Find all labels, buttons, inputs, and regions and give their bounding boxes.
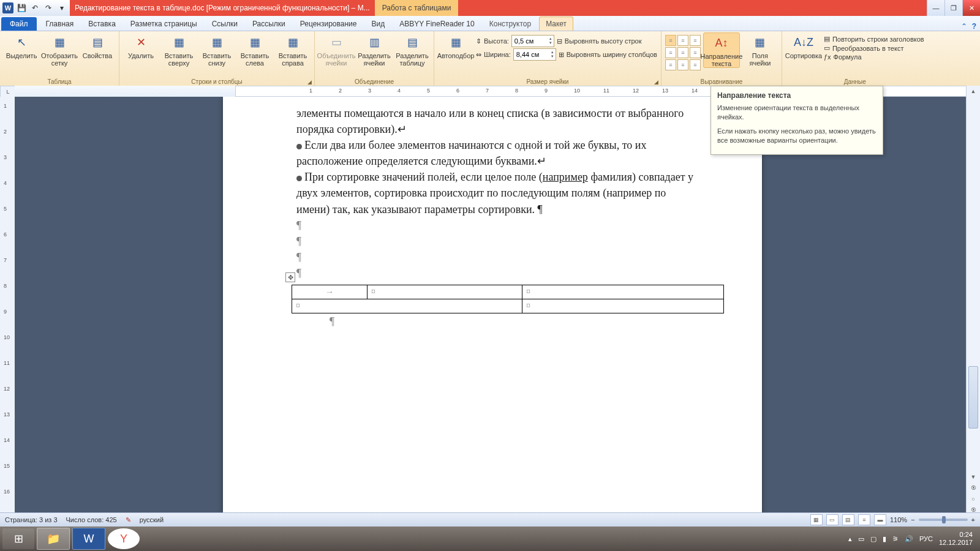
tray-clock[interactable]: 0:24 12.12.2017 <box>939 531 973 547</box>
align-mid-center[interactable]: ≡ <box>677 47 688 58</box>
split-cells-button[interactable]: ▥Разделить ячейки <box>356 32 392 67</box>
pilcrow-4[interactable]: ¶ <box>296 265 701 281</box>
minimize-button[interactable]: — <box>927 0 944 16</box>
help-icon[interactable]: ? <box>972 22 976 31</box>
tray-tablet-icon[interactable]: ▢ <box>870 535 876 543</box>
status-language[interactable]: русский <box>140 516 164 523</box>
insert-right-button[interactable]: ▦Вставить справа <box>275 32 311 67</box>
convert-to-text-button[interactable]: Преобразовать в текст <box>832 45 904 52</box>
document-table[interactable]: → ¤ ¤ ¤ ¤ <box>292 285 724 313</box>
table-cell[interactable]: ¤ <box>368 285 522 299</box>
tab-references[interactable]: Ссылки <box>205 17 244 31</box>
width-spinner[interactable]: ▲▼ <box>513 48 556 61</box>
document-content[interactable]: элементы помещаются в начало или в конец… <box>296 105 701 329</box>
cell-margins-button[interactable]: ▦Поля ячейки <box>742 32 778 67</box>
distribute-rows-button[interactable]: Выровнять высоту строк <box>565 37 642 45</box>
redo-icon[interactable]: ↷ <box>43 2 54 13</box>
scroll-up-icon[interactable]: ▲ <box>967 86 980 97</box>
table-cell[interactable]: ¤ <box>522 285 724 299</box>
pilcrow-1[interactable]: ¶ <box>296 217 701 233</box>
rows-cols-dialog-launcher-icon[interactable]: ◢ <box>307 79 312 85</box>
sort-button[interactable]: A↓ZСортировка <box>786 32 821 59</box>
qat-customize-icon[interactable]: ▾ <box>56 2 67 13</box>
undo-icon[interactable]: ↶ <box>29 2 40 13</box>
show-gridlines-button[interactable]: ▦Отобразить сетку <box>42 32 77 67</box>
zoom-out-icon[interactable]: − <box>911 516 914 523</box>
distribute-cols-button[interactable]: Выровнять ширину столбцов <box>567 51 657 58</box>
table-cell[interactable]: ¤ <box>522 299 724 313</box>
task-explorer[interactable]: 📁 <box>37 528 70 550</box>
split-table-button[interactable]: ▤Разделить таблицу <box>394 32 430 67</box>
proofing-icon[interactable]: ✎ <box>126 516 131 524</box>
status-word-count[interactable]: Число слов: 425 <box>66 516 117 523</box>
align-mid-left[interactable]: ≡ <box>665 47 676 58</box>
paragraph-2[interactable]: Если два или более элементов начинаются … <box>296 137 701 169</box>
scroll-down-icon[interactable]: ▼ <box>967 471 980 482</box>
start-button[interactable]: ⊞ <box>2 528 34 549</box>
height-spinner[interactable]: ▲▼ <box>511 35 554 47</box>
align-top-left[interactable]: ≡ <box>665 35 676 46</box>
zoom-knob[interactable] <box>942 516 946 523</box>
merge-cells-button[interactable]: ▭Объединить ячейки <box>318 32 354 67</box>
tray-overflow-icon[interactable]: ▴ <box>848 535 852 543</box>
view-web-icon[interactable]: ▤ <box>842 514 854 525</box>
table-row[interactable]: → ¤ ¤ <box>292 285 724 299</box>
align-top-right[interactable]: ≡ <box>690 35 701 46</box>
tab-finereader[interactable]: ABBYY FineReader 10 <box>393 17 481 31</box>
tab-home[interactable]: Главная <box>39 17 81 31</box>
minimize-ribbon-icon[interactable]: ⌃ <box>961 22 967 31</box>
tab-file[interactable]: Файл <box>1 17 37 31</box>
autofit-button[interactable]: ▦Автоподбор <box>438 32 473 59</box>
pilcrow-2[interactable]: ¶ <box>296 233 701 249</box>
scroll-track[interactable] <box>967 97 980 471</box>
save-icon[interactable]: 💾 <box>16 2 27 13</box>
restore-button[interactable]: ❐ <box>944 0 962 16</box>
table-move-handle-icon[interactable]: ✥ <box>285 272 295 282</box>
select-button[interactable]: ↖Выделить <box>4 32 39 59</box>
cell-size-dialog-launcher-icon[interactable]: ◢ <box>654 79 658 85</box>
insert-above-button[interactable]: ▦Вставить сверху <box>161 32 197 67</box>
tray-network-icon[interactable]: ⚞ <box>892 535 899 543</box>
align-top-center[interactable]: ≡ <box>677 35 688 46</box>
delete-button[interactable]: ✕Удалить <box>123 32 159 59</box>
height-input[interactable] <box>512 37 548 45</box>
align-mid-right[interactable]: ≡ <box>690 47 701 58</box>
zoom-slider[interactable] <box>919 519 968 521</box>
repeat-header-button[interactable]: Повторить строки заголовков <box>832 36 924 43</box>
tray-battery-icon[interactable]: ▮ <box>883 535 886 543</box>
width-input[interactable] <box>514 51 549 58</box>
page[interactable]: элементы помещаются в начало или в конец… <box>223 97 762 515</box>
pilcrow-3[interactable]: ¶ <box>296 249 701 265</box>
tab-page-layout[interactable]: Разметка страницы <box>124 17 204 31</box>
status-page[interactable]: Страница: 3 из 3 <box>5 516 58 523</box>
align-bot-center[interactable]: ≡ <box>677 59 688 70</box>
scroll-thumb[interactable] <box>968 366 978 429</box>
table-cell[interactable]: ¤ <box>292 299 522 313</box>
zoom-level[interactable]: 110% <box>890 516 907 523</box>
tray-action-center-icon[interactable]: ▭ <box>858 535 864 543</box>
insert-below-button[interactable]: ▦Вставить снизу <box>199 32 235 67</box>
tab-mailings[interactable]: Рассылки <box>246 17 292 31</box>
prev-page-icon[interactable]: ⦿ <box>967 482 980 493</box>
formula-button[interactable]: Формула <box>834 53 862 61</box>
view-draft-icon[interactable]: ▬ <box>874 514 886 525</box>
browse-object-icon[interactable]: ○ <box>967 493 980 504</box>
pilcrow-after-table[interactable]: ¶ <box>330 313 701 329</box>
tab-insert[interactable]: Вставка <box>81 17 123 31</box>
tab-review[interactable]: Рецензирование <box>293 17 364 31</box>
text-direction-button[interactable]: A↕Направление текста <box>703 32 740 68</box>
paragraph-3[interactable]: При сортировке значений полей, если цело… <box>296 169 701 217</box>
tab-view[interactable]: Вид <box>364 17 391 31</box>
task-yandex-browser[interactable]: Y <box>108 528 140 549</box>
table-row[interactable]: ¤ ¤ <box>292 299 724 313</box>
view-full-screen-icon[interactable]: ▭ <box>826 514 839 525</box>
view-print-layout-icon[interactable]: ▦ <box>810 514 823 525</box>
tray-volume-icon[interactable]: 🔊 <box>905 535 913 543</box>
view-outline-icon[interactable]: ≡ <box>858 514 870 525</box>
properties-button[interactable]: ▤Свойства <box>80 32 115 59</box>
vertical-ruler[interactable]: 12345678910111213141516 <box>0 97 15 515</box>
ruler-corner[interactable]: L <box>0 86 16 98</box>
tray-language[interactable]: РУС <box>919 535 933 542</box>
table-cell[interactable]: → <box>292 285 368 299</box>
zoom-in-icon[interactable]: + <box>971 516 975 523</box>
